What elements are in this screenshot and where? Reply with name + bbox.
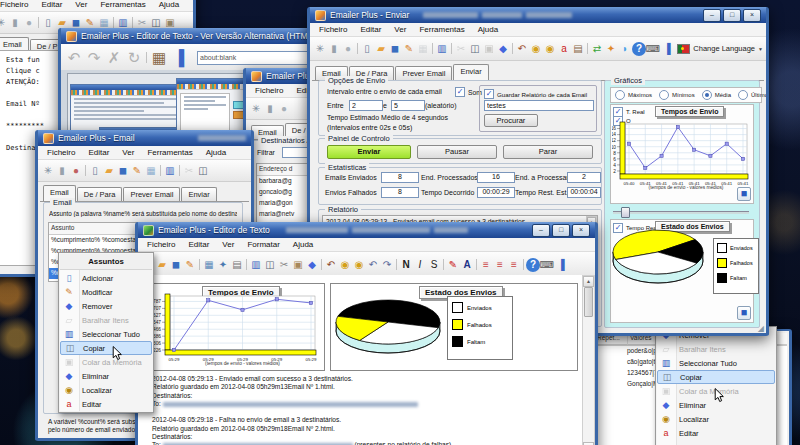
resize-grip[interactable]: ◢ [758, 324, 764, 333]
menu-ajuda[interactable]: Ajuda [293, 240, 313, 249]
menu-ver[interactable]: Ver [75, 0, 87, 9]
font-icon[interactable]: a [557, 42, 571, 56]
help-icon[interactable]: ? [526, 258, 540, 272]
edit-icon[interactable]: ✎ [402, 42, 416, 56]
align-right-icon[interactable]: ≡ [507, 258, 521, 272]
menu-ficheiro[interactable]: Ficheiro [47, 148, 75, 157]
tab-de-para[interactable]: De / Para [77, 187, 123, 201]
address-book-icon[interactable]: ▥ [435, 42, 449, 56]
address-book-icon[interactable]: ▥ [249, 258, 263, 272]
battery-icon[interactable]: ▮ [55, 164, 69, 178]
menu-ver[interactable]: Ver [394, 25, 406, 34]
menu-item-remover[interactable]: ◆Remover [60, 299, 152, 313]
stop-icon[interactable]: ● [69, 164, 83, 178]
menu-item-modificar[interactable]: ✎Modificar [60, 285, 152, 299]
new-file-icon[interactable]: ▯ [88, 164, 102, 178]
eraser-icon[interactable]: ◆ [305, 258, 319, 272]
image-icon[interactable]: ▦ [416, 42, 430, 56]
max-interval-input[interactable] [391, 100, 425, 111]
menu-ferramentas[interactable]: Ferramentas [419, 25, 464, 34]
menu-ficheiro[interactable]: Ficheiro [147, 240, 175, 249]
menu-ficheiro[interactable]: Ficheiro [319, 25, 347, 34]
stop-icon[interactable]: ● [22, 16, 36, 30]
copy-icon[interactable]: ◫ [196, 164, 210, 178]
tools-icon[interactable]: ✳ [313, 42, 327, 56]
paste-icon[interactable]: ▣ [482, 42, 496, 56]
help-icon[interactable]: ? [632, 42, 646, 56]
slider-handle[interactable] [621, 207, 630, 218]
maximize-button[interactable]: □ [552, 224, 570, 237]
battery-icon[interactable]: ▮ [263, 102, 277, 116]
menu-ver[interactable]: Ver [222, 240, 234, 249]
menu-item-localizar[interactable]: ◉Localizar [657, 412, 775, 426]
menu-item-colar-da-mem-ria[interactable]: ▣Colar da Memória [60, 355, 152, 369]
exit-door-icon[interactable]: ▐ [169, 48, 189, 67]
close-button[interactable]: × [572, 224, 590, 237]
pasta-relatorio-input[interactable] [484, 100, 594, 111]
change-language-button[interactable]: Change Language ▼ [677, 44, 763, 54]
save-chart-button[interactable]: ◼ [737, 187, 751, 201]
minimize-button[interactable]: – [532, 224, 550, 237]
image-icon[interactable]: ▦ [144, 164, 158, 178]
menu-item-copiar[interactable]: ◫Copiar [60, 341, 152, 355]
editor-scrollbar[interactable]: ▲▼ [582, 275, 595, 445]
site-icon[interactable]: ▦ [149, 48, 169, 67]
radio-minimos[interactable]: Mínimos [659, 90, 695, 100]
refresh-icon[interactable]: ⇄ [590, 42, 604, 56]
align-left-icon[interactable]: ≡ [479, 258, 493, 272]
pausar-button[interactable]: Pausar [417, 145, 497, 159]
image-icon[interactable]: ▦ [202, 258, 216, 272]
titlebar[interactable]: Emailer Plus - Editor de Texto – □ × [138, 222, 595, 238]
save-icon[interactable]: ◼ [388, 42, 402, 56]
bold-icon[interactable]: N [399, 258, 413, 272]
pen-color-icon[interactable]: ✎ [446, 258, 460, 272]
menu-ferramentas[interactable]: Ferramentas [147, 148, 192, 157]
refresh-icon[interactable]: ↻ [124, 48, 144, 67]
guardar-relatorio-checkbox[interactable]: ✓Guardar Relatório de cada Email [484, 89, 587, 99]
radio-maximos[interactable]: Máximos [615, 90, 652, 100]
menu-item-adicionar[interactable]: ▯Adicionar [60, 271, 152, 285]
notes-icon[interactable]: ▤ [571, 42, 585, 56]
open-folder-icon[interactable]: ▰ [155, 258, 169, 272]
cut-icon[interactable]: ✂ [277, 258, 291, 272]
menu-editar[interactable]: Editar [41, 0, 62, 9]
close-button[interactable]: × [743, 9, 761, 22]
menu-item-eliminar[interactable]: ◆Eliminar [60, 369, 152, 383]
address-bar[interactable] [197, 51, 315, 65]
eraser-icon[interactable]: ◆ [496, 42, 510, 56]
underline-icon[interactable]: S [427, 258, 441, 272]
maximize-button[interactable]: □ [723, 9, 741, 22]
key-2-icon[interactable]: ◉ [352, 258, 366, 272]
undo-icon[interactable]: ↶ [515, 42, 529, 56]
new-file-icon[interactable]: ▯ [360, 42, 374, 56]
menu-item-editar[interactable]: aEditar [60, 397, 152, 411]
undo-icon[interactable]: ↶ [366, 258, 380, 272]
menu-ajuda[interactable]: Ajuda [206, 148, 226, 157]
redo-icon[interactable]: ↷ [84, 48, 104, 67]
paste-icon[interactable]: ▣ [291, 258, 305, 272]
stop-icon[interactable]: ● [277, 102, 291, 116]
menu-ficheiro[interactable]: Ficheiro [0, 0, 28, 9]
menu-editar[interactable]: Editar [88, 148, 109, 157]
menu-item-seleccionar-tudo[interactable]: ▥Seleccionar Tudo [657, 356, 775, 370]
edit-icon[interactable]: ✎ [183, 258, 197, 272]
menu-item-editar[interactable]: aEditar [657, 426, 775, 440]
chat-icon[interactable]: ◗ [618, 42, 632, 56]
titlebar[interactable]: Emailer Plus - Enviar – □ × [310, 7, 766, 23]
minimize-button[interactable]: – [703, 9, 721, 22]
menu-editar[interactable]: Editar [188, 240, 209, 249]
print-icon[interactable]: ▤ [230, 258, 244, 272]
key-1-icon[interactable]: ◉ [529, 42, 543, 56]
align-center-icon[interactable]: ≡ [493, 258, 507, 272]
tab-enviar[interactable]: Enviar [181, 187, 216, 201]
menu-item-baralhar-itens[interactable]: ▱Baralhar Itens [60, 313, 152, 327]
tab-prever-email[interactable]: Prever Email [123, 187, 180, 201]
menu-ferramentas[interactable]: Ferramentas [100, 0, 145, 9]
tools-icon[interactable]: ✳ [249, 102, 263, 116]
menu-ver[interactable]: Ver [122, 148, 134, 157]
redo-icon[interactable]: ↷ [380, 258, 394, 272]
menu-ajuda[interactable]: Ajuda [159, 0, 179, 9]
copy-icon[interactable]: ◫ [468, 42, 482, 56]
save-icon[interactable]: ◼ [116, 164, 130, 178]
open-folder-icon[interactable]: ▰ [102, 164, 116, 178]
